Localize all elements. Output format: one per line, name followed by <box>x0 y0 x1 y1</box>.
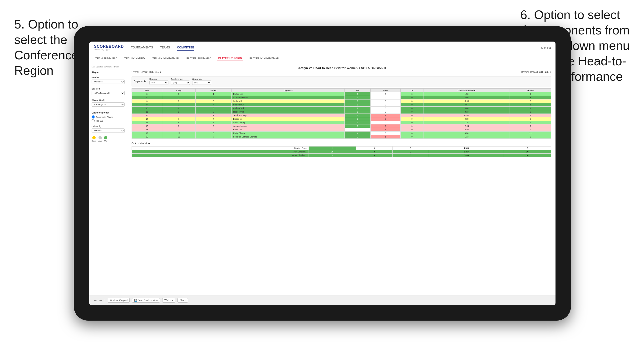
th-diff: Diff Av Strokes/Rnd <box>423 89 510 92</box>
sidebar-colour-select[interactable]: Win/loss <box>92 129 125 133</box>
sign-out[interactable]: Sign out <box>541 46 551 49</box>
cell-loss: 0 <box>371 96 401 100</box>
cell-tie: 0 <box>401 107 423 110</box>
out-div-name: Foreign Team <box>132 147 309 150</box>
cell-opponent: Euna Lee <box>232 128 345 132</box>
th-opponent: Opponent <box>232 89 345 92</box>
cell-tie: 0 <box>401 128 423 132</box>
cell-diff: 4.00 <box>423 107 510 110</box>
cell-reg: 1 <box>162 103 195 107</box>
save-icon: 💾 <box>134 299 137 302</box>
sidebar-opponent-view-title: Opponent view <box>92 111 125 114</box>
sidebar-gender-select[interactable]: Women's <box>92 80 125 84</box>
cell-tie: 0 <box>401 124 423 128</box>
sidebar-colour-label: Colour by <box>92 125 125 128</box>
cell-loss: 2 <box>371 124 401 128</box>
watch-btn[interactable]: Watch ▾ <box>162 298 175 303</box>
cell-loss: 0 <box>371 107 401 110</box>
out-div-name: NCAA Division 2 <box>132 154 309 157</box>
sidebar-player-title: Player <box>92 71 125 74</box>
out-div-tie: 0 <box>392 154 429 157</box>
view-original-btn[interactable]: 👁 View: Original <box>108 298 130 303</box>
cell-diff: 4.00 <box>423 96 510 100</box>
overall-record-label: Overall Record: 353 - 34 - 6 <box>132 71 161 73</box>
color-level-label: Level <box>98 140 102 142</box>
cell-diff: 1.50 <box>423 92 510 96</box>
cell-opponent: Andrea York <box>232 107 345 110</box>
cell-diff: 1.33 <box>423 135 510 139</box>
sidebar-radio-top100[interactable]: Top 100 <box>92 119 125 122</box>
nav-tournaments[interactable]: TOURNAMENTS <box>131 45 153 51</box>
cell-win: 2 <box>345 117 371 121</box>
top-nav: SCOREBOARD Powered by clippd TOURNAMENTS… <box>89 41 556 54</box>
color-up-label: Up <box>104 140 106 142</box>
th-rounds: Rounds <box>510 89 551 92</box>
filter-opponent: Opponent (All) <box>192 78 211 85</box>
filter-region-select[interactable]: (All) <box>150 80 168 85</box>
cell-div: 16 <box>132 124 162 128</box>
cell-opponent: Alexis Sudjianto <box>232 96 345 100</box>
records-row: Overall Record: 353 - 34 - 6 Division Re… <box>132 71 551 73</box>
cell-loss: 1 <box>371 114 401 117</box>
cell-diff: 0.38 <box>423 117 510 121</box>
table-row: 9 1 4 Sharon Mun 1 0 0 3.67 3 <box>132 103 551 107</box>
division-record-label: Division Record: 331 - 34 - 6 <box>521 71 551 73</box>
cell-loss: 0 <box>371 103 401 107</box>
save-custom-btn[interactable]: 💾 Save Custom View <box>132 298 160 303</box>
sidebar-player-rank-label: Player (Rank) <box>92 99 125 101</box>
cell-rounds: 4 <box>510 121 551 124</box>
th-win: Win <box>345 89 371 92</box>
page-title: Katelyn Vo Head-to-Head Grid for Women's… <box>132 66 551 70</box>
sidebar-radio-opponents[interactable]: Opponents Played <box>92 115 125 119</box>
sidebar-gender-label: Gender <box>92 76 125 79</box>
cell-tie: 0 <box>401 114 423 117</box>
cell-diff: 3.33 <box>423 110 510 114</box>
table-row: 18 2 2 Euna Lee 0 1 0 -5.00 2 <box>132 128 551 132</box>
cell-rounds: 11 <box>510 132 551 135</box>
out-of-div-row: NCAA Division 2 5 0 0 7.400 10 <box>132 154 551 157</box>
subnav-team-summary[interactable]: TEAM SUMMARY <box>94 56 118 61</box>
subnav-team-h2h-grid[interactable]: TEAM H2H GRID <box>123 56 146 61</box>
cell-rounds: 2 <box>510 128 551 132</box>
table-row: 13 1 1 Jessica Huang 1 1 0 -3.00 2 <box>132 114 551 117</box>
logo-text: SCOREBOARD <box>94 44 124 49</box>
cell-rounds: 7 <box>510 124 551 128</box>
out-div-loss: 0 <box>356 154 392 157</box>
cell-win: 1 <box>345 124 371 128</box>
nav-teams[interactable]: TEAMS <box>160 45 170 51</box>
out-of-division-header: Out of division <box>132 142 551 145</box>
out-div-win: 5 <box>308 154 356 157</box>
share-btn[interactable]: Share <box>178 298 188 303</box>
sidebar-division-select[interactable]: NCAA Division III <box>92 91 125 95</box>
tablet-device: SCOREBOARD Powered by clippd TOURNAMENTS… <box>74 26 571 321</box>
table-row: 16 3 6 Jessica Mason 1 2 0 -0.94 7 <box>132 124 551 128</box>
filter-conference-select[interactable]: (All) <box>171 80 190 85</box>
th-tie: Tie <box>401 89 423 92</box>
undo-icon[interactable]: ↩ <box>94 299 97 302</box>
cell-tie: 0 <box>401 135 423 139</box>
th-reg: # Reg <box>162 89 195 92</box>
cell-opponent: Jessica Huang <box>232 114 345 117</box>
subnav-player-summary[interactable]: PLAYER SUMMARY <box>185 56 212 61</box>
cell-loss: 2 <box>371 117 401 121</box>
th-conf: # Conf <box>195 89 232 92</box>
cell-win: 1 <box>345 121 371 124</box>
subnav-player-h2h-heatmap[interactable]: PLAYER H2H HEATMAP <box>248 56 280 61</box>
cell-opponent: Emily Chang <box>232 132 345 135</box>
table-row: 10 6 3 Andrea York 2 0 0 4.00 4 <box>132 107 551 110</box>
cell-conf: 5 <box>195 110 232 114</box>
cell-conf: 3 <box>195 100 232 103</box>
table-row: 20 11 7 Federica Domecq Lacroze 2 1 0 1.… <box>132 135 551 139</box>
out-div-name: NAIA Division 1 <box>132 150 309 154</box>
filters-container: Opponents: Region (All) Conference (All) <box>132 76 551 86</box>
sidebar-player-rank-select[interactable]: 8. Katelyn Vo <box>92 102 125 107</box>
nav-committee[interactable]: COMMITTEE <box>177 45 194 51</box>
cell-loss: 0 <box>371 110 401 114</box>
subnav-player-h2h-grid[interactable]: PLAYER H2H GRID <box>217 56 243 61</box>
table-row: 3 3 1 Esther Lee 1 0 0 1.50 4 <box>132 92 551 96</box>
subnav-team-h2h-heatmap[interactable]: TEAM H2H HEATMAP <box>151 56 180 61</box>
cell-reg: 2 <box>162 96 195 100</box>
filter-opponent-select[interactable]: (All) <box>192 80 211 85</box>
redo-icon[interactable]: ↪ <box>99 299 102 302</box>
cell-diff: -3.00 <box>423 114 510 117</box>
